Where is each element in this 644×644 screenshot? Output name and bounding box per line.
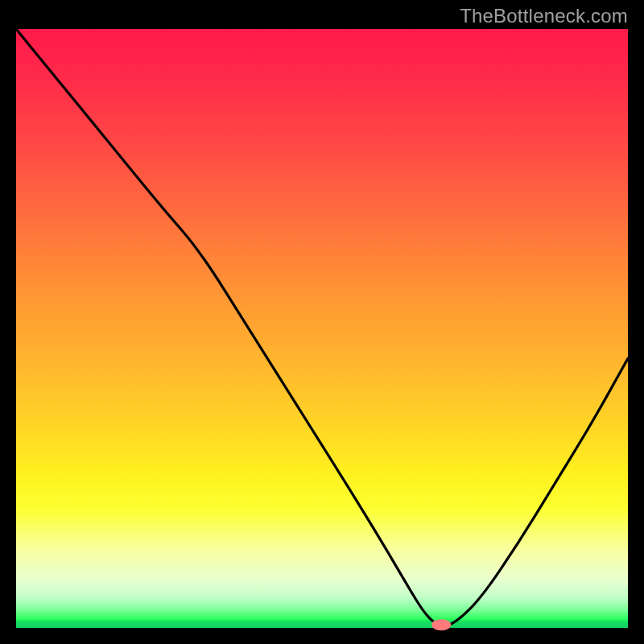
minimum-marker — [431, 619, 451, 630]
chart-container: TheBottleneck.com — [0, 0, 644, 644]
bottleneck-curve — [16, 29, 628, 626]
plot-area — [16, 29, 628, 628]
watermark-text: TheBottleneck.com — [460, 5, 628, 27]
chart-svg — [16, 29, 628, 628]
